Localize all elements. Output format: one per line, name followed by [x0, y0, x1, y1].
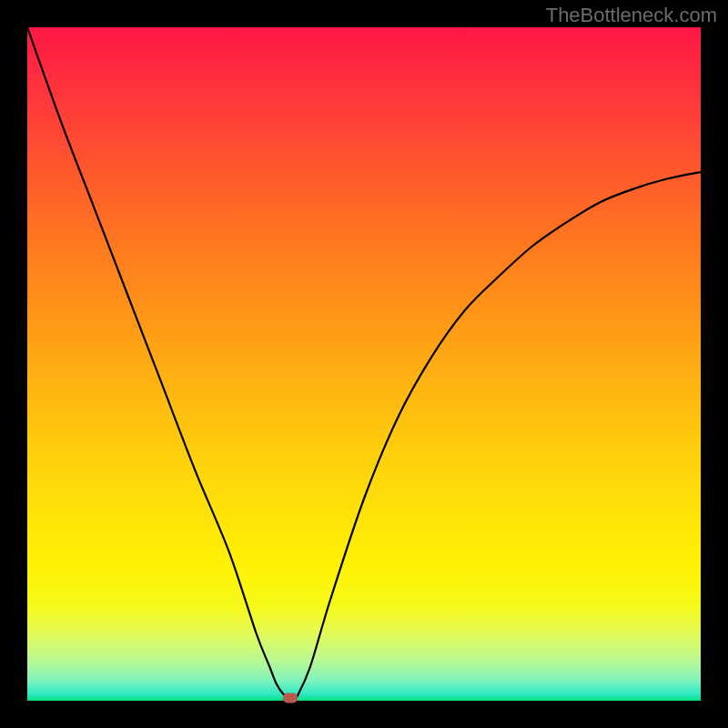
gradient-background — [27, 27, 701, 701]
plot-area — [27, 27, 701, 701]
chart-frame: TheBottleneck.com — [0, 0, 728, 728]
watermark-text: TheBottleneck.com — [546, 4, 717, 27]
optimal-point-marker — [283, 693, 298, 703]
